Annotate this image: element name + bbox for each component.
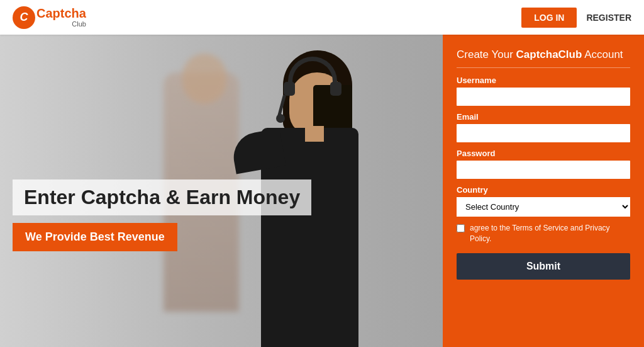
password-group: Password (457, 149, 630, 179)
header: C Captcha Club LOG IN REGISTER (0, 0, 644, 35)
headset-earpiece-right (330, 82, 341, 96)
email-label: Email (457, 112, 630, 122)
hero-title: Enter Captcha & Earn Money (13, 179, 311, 215)
email-input[interactable] (457, 124, 630, 142)
country-group: Country Select Country United States Uni… (457, 185, 630, 217)
headset-earpiece-left (284, 82, 295, 96)
username-group: Username (457, 76, 630, 106)
logo: C Captcha Club (13, 6, 86, 29)
hero-content: Enter Captcha & Earn Money We Provide Be… (13, 179, 311, 251)
terms-group: agree to the Terms of Service and Privac… (457, 223, 630, 244)
hero-subtitle: We Provide Best Revenue (13, 223, 177, 251)
password-label: Password (457, 149, 630, 158)
submit-button[interactable]: Submit (457, 253, 630, 280)
username-input[interactable] (457, 88, 630, 106)
password-input[interactable] (457, 161, 630, 179)
register-button[interactable]: REGISTER (586, 13, 631, 23)
country-label: Country (457, 185, 630, 195)
email-group: Email (457, 112, 630, 142)
terms-label: agree to the Terms of Service and Privac… (470, 223, 630, 244)
registration-title: Create Your CaptchaClub Account (457, 48, 630, 68)
neck (305, 126, 324, 142)
country-select-wrapper: Select Country United States United King… (457, 197, 630, 217)
logo-text: Captcha Club (36, 6, 86, 28)
terms-checkbox[interactable] (457, 224, 465, 232)
logo-icon: C (13, 6, 35, 29)
mic-end (276, 114, 285, 123)
registration-panel: Create Your CaptchaClub Account Username… (443, 35, 644, 347)
header-nav: LOG IN REGISTER (521, 8, 631, 28)
username-label: Username (457, 76, 630, 85)
country-select[interactable]: Select Country United States United King… (457, 197, 630, 217)
login-button[interactable]: LOG IN (521, 8, 577, 28)
